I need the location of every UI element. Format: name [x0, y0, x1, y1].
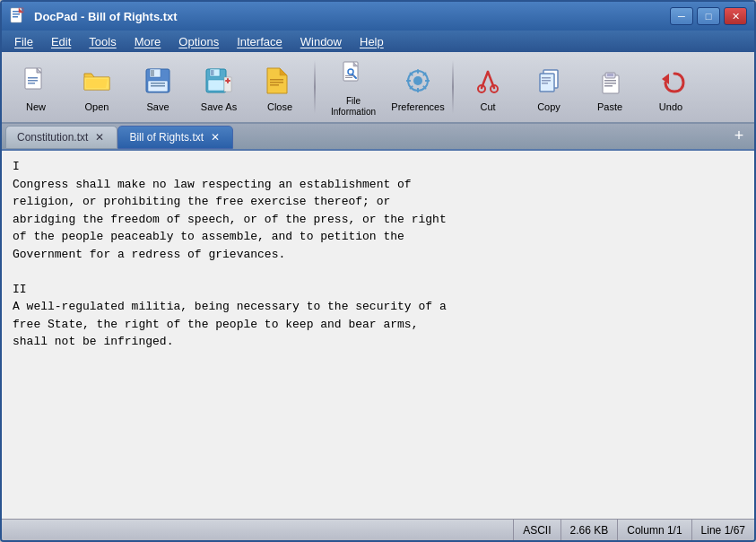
svg-rect-8: [28, 80, 38, 82]
toolbar-saveas-button[interactable]: Save As: [190, 56, 248, 118]
tab-bill[interactable]: Bill of Rights.txt ✕: [117, 126, 233, 149]
svg-rect-21: [270, 82, 283, 83]
svg-rect-14: [151, 83, 165, 84]
toolbar-close-button[interactable]: Close: [251, 56, 308, 118]
svg-rect-35: [425, 80, 430, 82]
tab-bill-close[interactable]: ✕: [209, 131, 222, 144]
toolbar-copy-label: Copy: [537, 101, 560, 112]
menu-more[interactable]: More: [126, 33, 170, 50]
svg-rect-52: [607, 74, 613, 76]
svg-rect-19: [208, 80, 224, 91]
menu-interface[interactable]: Interface: [228, 33, 291, 50]
save-icon: [140, 63, 176, 99]
menu-bar: File Edit Tools More Options Interface W…: [2, 31, 754, 52]
toolbar-undo-label: Undo: [659, 101, 682, 112]
menu-help[interactable]: Help: [351, 33, 393, 50]
tab-add-button[interactable]: +: [727, 124, 751, 147]
menu-options[interactable]: Options: [169, 33, 228, 50]
open-icon: [79, 63, 115, 99]
close-button[interactable]: ✕: [724, 7, 747, 25]
app-window: DocPad - Bill of Rights.txt ─ □ ✕ File E…: [0, 0, 756, 542]
toolbar-new-label: New: [26, 101, 46, 112]
toolbar-save-label: Save: [146, 101, 169, 112]
status-line: Line 1/67: [691, 520, 754, 540]
svg-rect-53: [604, 80, 616, 82]
toolbar-sep-2: [452, 60, 454, 114]
toolbar-undo-button[interactable]: Undo: [642, 56, 700, 118]
copy-icon: [531, 63, 567, 99]
toolbar-open-button[interactable]: Open: [68, 56, 126, 118]
tab-constitution[interactable]: Constitution.txt ✕: [5, 126, 117, 149]
tab-constitution-close[interactable]: ✕: [93, 131, 106, 144]
toolbar-open-label: Open: [85, 101, 109, 112]
toolbar-fileinfo-label: FileInformation: [331, 96, 376, 118]
toolbar: New Open: [2, 52, 754, 124]
toolbar-cut-button[interactable]: Cut: [459, 56, 517, 118]
svg-rect-12: [151, 70, 154, 76]
toolbar-preferences-button[interactable]: Preferences: [389, 56, 447, 118]
new-icon: [18, 63, 54, 99]
paste-icon: [592, 63, 628, 99]
toolbar-save-button[interactable]: Save: [129, 56, 187, 118]
svg-rect-15: [151, 85, 165, 87]
preferences-icon: [400, 63, 436, 99]
cut-icon: [470, 63, 506, 99]
status-encoding: ASCII: [513, 520, 560, 540]
editor-content[interactable]: I Congress shall make no law respecting …: [2, 151, 754, 519]
svg-rect-20: [270, 79, 283, 81]
tab-bar: Constitution.txt ✕ Bill of Rights.txt ✕ …: [2, 124, 754, 151]
svg-point-29: [413, 76, 422, 85]
toolbar-saveas-label: Save As: [201, 101, 237, 112]
title-bar: DocPad - Bill of Rights.txt ─ □ ✕: [2, 2, 754, 31]
toolbar-fileinfo-button[interactable]: FileInformation: [321, 56, 386, 118]
svg-rect-27: [345, 77, 352, 78]
svg-rect-55: [604, 85, 613, 87]
toolbar-close-label: Close: [267, 101, 292, 112]
svg-rect-2: [13, 13, 20, 15]
status-bar: ASCII 2.66 KB Column 1/1 Line 1/67: [2, 519, 754, 540]
status-filesize: 2.66 KB: [560, 520, 618, 540]
minimize-button[interactable]: ─: [670, 7, 693, 25]
menu-file[interactable]: File: [5, 33, 42, 50]
saveas-icon: [201, 63, 237, 99]
svg-rect-39: [406, 80, 411, 82]
status-spacer: [2, 520, 513, 540]
toolbar-copy-button[interactable]: Copy: [520, 56, 578, 118]
tab-bill-label: Bill of Rights.txt: [129, 131, 204, 144]
svg-rect-9: [28, 83, 35, 84]
editor-area: I Congress shall make no law respecting …: [2, 151, 754, 519]
toolbar-new-button[interactable]: New: [7, 56, 65, 118]
fileinfo-icon: [335, 57, 371, 93]
toolbar-sep-1: [314, 60, 316, 114]
svg-rect-7: [28, 77, 38, 79]
menu-tools[interactable]: Tools: [80, 33, 125, 50]
maximize-button[interactable]: □: [697, 7, 720, 25]
app-icon: [9, 7, 27, 25]
toolbar-paste-label: Paste: [597, 101, 622, 112]
svg-rect-47: [542, 77, 551, 79]
svg-rect-49: [542, 83, 548, 84]
undo-icon: [653, 63, 689, 99]
main-content: I Congress shall make no law respecting …: [2, 151, 754, 540]
svg-rect-22: [270, 84, 279, 86]
svg-rect-54: [604, 83, 616, 84]
svg-rect-48: [542, 80, 551, 82]
menu-window[interactable]: Window: [291, 33, 351, 50]
svg-rect-18: [211, 70, 214, 75]
tab-constitution-label: Constitution.txt: [17, 131, 88, 144]
svg-rect-26: [345, 75, 354, 76]
window-title: DocPad - Bill of Rights.txt: [34, 10, 670, 23]
status-column: Column 1/1: [617, 520, 691, 540]
close-doc-icon: [262, 63, 298, 99]
toolbar-preferences-label: Preferences: [391, 101, 444, 112]
svg-rect-37: [417, 88, 419, 92]
toolbar-cut-label: Cut: [480, 101, 495, 112]
toolbar-paste-button[interactable]: Paste: [581, 56, 639, 118]
menu-edit[interactable]: Edit: [42, 33, 80, 50]
svg-rect-30: [417, 69, 419, 74]
window-controls: ─ □ ✕: [670, 7, 747, 25]
svg-rect-3: [13, 16, 18, 18]
